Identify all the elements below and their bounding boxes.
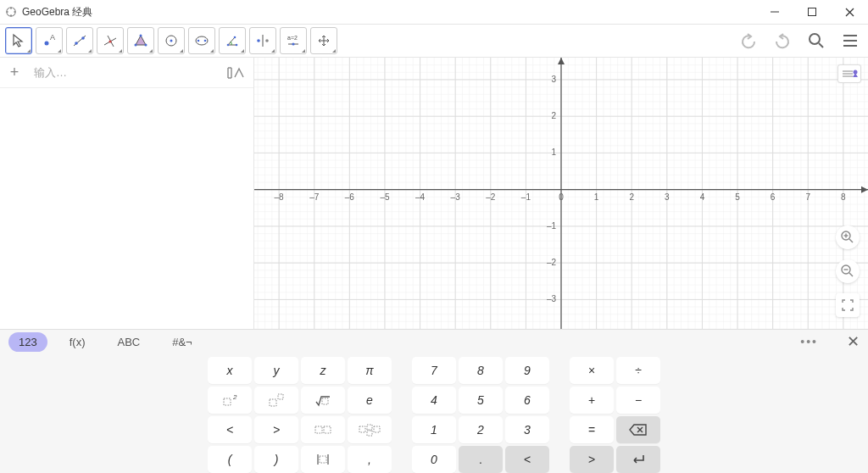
kb-tab-123[interactable]: 123 <box>8 332 47 352</box>
key-7[interactable]: 7 <box>412 357 456 384</box>
tool-point[interactable]: A <box>36 27 63 54</box>
key-□□□[interactable] <box>348 416 392 443</box>
key-2[interactable]: 2 <box>459 416 503 443</box>
key-+[interactable]: + <box>570 387 614 414</box>
key-4[interactable]: 4 <box>412 387 456 414</box>
tool-slider[interactable]: a=2 <box>280 27 307 54</box>
svg-point-2 <box>14 11 15 13</box>
svg-point-4 <box>10 14 12 16</box>
key-↵[interactable] <box>616 446 660 473</box>
svg-rect-234 <box>359 426 365 432</box>
input-mode-toggle[interactable] <box>220 66 253 80</box>
key-e[interactable]: e <box>348 387 392 414</box>
key-×[interactable]: × <box>570 357 614 384</box>
svg-text:–7: –7 <box>309 192 320 202</box>
undo-button[interactable] <box>736 28 761 53</box>
close-button[interactable] <box>831 0 868 24</box>
key-z[interactable]: z <box>301 357 345 384</box>
key-x[interactable]: x <box>208 357 252 384</box>
maximize-button[interactable] <box>793 0 831 24</box>
tool-polygon[interactable] <box>127 27 154 54</box>
zoom-out-button[interactable] <box>836 259 860 283</box>
key->[interactable]: > <box>254 416 298 443</box>
tool-ellipse[interactable] <box>188 27 215 54</box>
svg-text:–3: –3 <box>451 192 461 202</box>
zoom-in-button[interactable] <box>836 225 860 249</box>
svg-rect-236 <box>367 431 372 436</box>
algebra-panel: + <box>0 58 254 329</box>
tool-move[interactable] <box>5 27 32 54</box>
key-<[interactable]: < <box>208 416 252 443</box>
fullscreen-button[interactable] <box>836 293 860 317</box>
key-.[interactable]: . <box>459 446 503 473</box>
key-)[interactable]: ) <box>254 446 298 473</box>
key-□²[interactable]: 2 <box>208 387 252 414</box>
key-,[interactable]: , <box>348 446 392 473</box>
key-|□|[interactable] <box>301 446 345 473</box>
svg-point-30 <box>265 39 269 42</box>
svg-point-26 <box>236 44 238 47</box>
kb-close-button[interactable]: ✕ <box>847 332 860 351</box>
kb-more-button[interactable]: ••• <box>800 335 818 348</box>
key-π[interactable]: π <box>348 357 392 384</box>
key-÷[interactable]: ÷ <box>616 357 660 384</box>
svg-text:2: 2 <box>629 192 634 202</box>
svg-point-25 <box>227 44 230 47</box>
key-6[interactable]: 6 <box>505 387 549 414</box>
svg-text:A: A <box>50 33 55 42</box>
key-0[interactable]: 0 <box>412 446 456 473</box>
tool-perpendicular[interactable] <box>97 27 124 54</box>
svg-text:6: 6 <box>771 192 776 202</box>
search-button[interactable] <box>804 28 829 53</box>
menu-button[interactable] <box>837 28 863 53</box>
key-y[interactable]: y <box>254 357 298 384</box>
svg-line-226 <box>849 273 853 276</box>
tool-pan[interactable] <box>310 27 337 54</box>
tool-reflect[interactable] <box>249 27 276 54</box>
svg-text:3: 3 <box>551 75 556 84</box>
key-9[interactable]: 9 <box>505 357 549 384</box>
key-⌫[interactable] <box>616 416 660 443</box>
key-5[interactable]: 5 <box>459 387 503 414</box>
svg-rect-231 <box>322 398 328 404</box>
virtual-keyboard: 123 f(x) ABC #&¬ ••• ✕ xyzπ789×÷2e456+−<… <box>0 329 868 473</box>
graphics-settings-button[interactable] <box>837 64 861 83</box>
kb-tab-sym[interactable]: #&¬ <box>162 332 203 352</box>
svg-text:1: 1 <box>594 192 599 202</box>
key->[interactable]: > <box>570 446 614 473</box>
svg-point-29 <box>257 39 260 42</box>
graphics-view[interactable]: –8–7–6–5–4–3–2–1012345678–3–2–1123 <box>254 58 868 329</box>
key-<[interactable]: < <box>505 446 549 473</box>
svg-text:–2: –2 <box>486 192 496 202</box>
key-□□[interactable] <box>301 416 345 443</box>
svg-rect-233 <box>324 426 331 433</box>
svg-text:–5: –5 <box>380 192 390 202</box>
tool-line[interactable] <box>66 27 93 54</box>
svg-text:2: 2 <box>232 393 237 401</box>
key-□^□[interactable] <box>254 387 298 414</box>
svg-point-16 <box>108 40 111 42</box>
kb-tab-abc[interactable]: ABC <box>107 332 150 352</box>
add-input-button[interactable]: + <box>0 64 29 81</box>
key-−[interactable]: − <box>616 387 660 414</box>
key-8[interactable]: 8 <box>459 357 503 384</box>
key-([interactable]: ( <box>208 446 252 473</box>
svg-text:–1: –1 <box>547 221 557 231</box>
svg-rect-6 <box>809 8 816 16</box>
svg-rect-229 <box>270 399 276 406</box>
algebra-input[interactable] <box>29 63 220 82</box>
key-3[interactable]: 3 <box>505 416 549 443</box>
svg-point-9 <box>45 42 49 46</box>
key-=[interactable]: = <box>570 416 614 443</box>
svg-rect-230 <box>278 394 283 399</box>
key-1[interactable]: 1 <box>412 416 456 443</box>
svg-rect-227 <box>224 398 231 405</box>
svg-text:4: 4 <box>700 192 705 202</box>
kb-tab-fx[interactable]: f(x) <box>59 332 96 352</box>
minimize-button[interactable] <box>756 0 793 24</box>
tool-circle[interactable] <box>158 27 185 54</box>
key-√□[interactable] <box>301 387 345 414</box>
svg-point-21 <box>170 40 173 42</box>
redo-button[interactable] <box>770 28 795 53</box>
tool-angle[interactable] <box>219 27 246 54</box>
